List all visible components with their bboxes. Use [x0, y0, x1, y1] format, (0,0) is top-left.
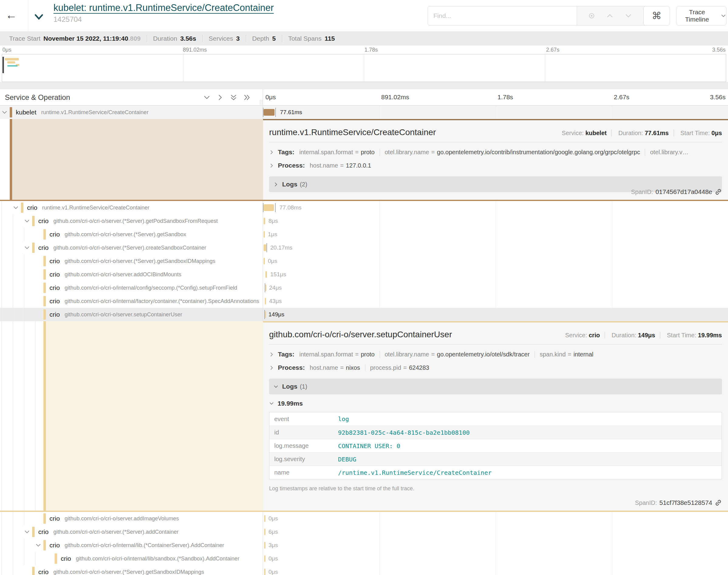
process-accordion[interactable]: Process: host.name=127.0.0.1	[269, 162, 722, 169]
span-timeline-cell[interactable]: 3μs	[263, 539, 728, 552]
service-operation-title: Service & Operation	[0, 93, 70, 102]
span-bar[interactable]	[264, 569, 265, 575]
tags-accordion[interactable]: Tags: internal.span.format=proto otel.li…	[269, 148, 722, 156]
log-marker[interactable]	[263, 108, 263, 117]
span-timeline-cell[interactable]: 77.61ms	[263, 106, 728, 119]
span-timeline-cell[interactable]: 1μs	[263, 228, 728, 241]
span-row[interactable]: criogithub.com/cri-o/cri-o/server.addIma…	[0, 512, 728, 525]
minimap-tick: 0μs	[2, 47, 11, 53]
minimap-tick-labels: 0μs 891.02ms 1.78s 2.67s 3.56s	[0, 45, 728, 54]
duration-label: 6μs	[268, 525, 278, 539]
back-icon[interactable]: ←	[5, 9, 17, 21]
log-marker[interactable]	[275, 108, 276, 117]
log-marker[interactable]	[263, 203, 263, 212]
span-timeline-cell[interactable]: 0μs	[263, 512, 728, 525]
span-row[interactable]: kubeletruntime.v1.RuntimeService/CreateC…	[0, 106, 728, 119]
view-selector-dropdown[interactable]: Trace Timeline	[676, 6, 726, 26]
find-input[interactable]	[428, 6, 577, 26]
log-field-row: name/runtime.v1.RuntimeService/CreateCon…	[269, 466, 722, 479]
find-prev-chevron-up-icon[interactable]	[606, 12, 614, 20]
process-label: Process:	[278, 364, 305, 371]
process-accordion[interactable]: Process: host.name=nixos process.pid=624…	[269, 364, 722, 371]
span-row[interactable]: crioruntime.v1.RuntimeService/CreateCont…	[0, 201, 728, 214]
span-timeline-cell[interactable]: 151μs	[263, 268, 728, 281]
span-row-selected[interactable]: criogithub.com/cri-o/cri-o/server.setupC…	[0, 308, 728, 321]
detail-duration: Duration: 77.61ms	[614, 130, 674, 136]
column-resize-handle[interactable]	[260, 100, 262, 105]
span-row[interactable]: criogithub.com/cri-o/cri-o/server.addOCI…	[0, 268, 728, 281]
span-timeline-cell[interactable]: 149μs	[263, 308, 728, 321]
chevron-down-icon[interactable]	[2, 109, 8, 115]
log-fields-table: eventlog id92b82381-025c-4a64-815c-ba2e1…	[269, 412, 722, 479]
collapse-all-double-chevron-down-icon[interactable]	[230, 94, 237, 101]
span-row[interactable]: criogithub.com/cri-o/cri-o/server.(*Serv…	[0, 241, 728, 255]
minimap-canvas[interactable]	[2, 54, 726, 82]
chevron-down-icon[interactable]	[24, 218, 30, 224]
span-bar[interactable]	[264, 542, 265, 549]
minimap-tick: 3.56s	[712, 47, 726, 53]
log-marker[interactable]	[275, 203, 275, 212]
span-timeline-cell[interactable]: 20.17ms	[263, 241, 728, 255]
span-row[interactable]: criogithub.com/cri-o/cri-o/internal/conf…	[0, 281, 728, 295]
link-icon[interactable]	[715, 188, 722, 196]
span-timeline-cell[interactable]: 24μs	[263, 281, 728, 295]
keyboard-shortcuts-command-icon[interactable]: ⌘	[643, 6, 670, 26]
span-bar[interactable]	[264, 109, 274, 116]
link-icon[interactable]	[715, 499, 722, 506]
span-bar[interactable]	[265, 298, 266, 305]
minimap-gap-band	[0, 82, 728, 89]
span-bar[interactable]	[264, 231, 265, 238]
chevron-down-icon[interactable]	[35, 542, 41, 548]
log-entry-timestamp[interactable]: 19.99ms	[269, 400, 722, 407]
trace-collapse-chevron-down-icon[interactable]	[33, 11, 44, 23]
span-bar[interactable]	[264, 515, 265, 522]
service-color-bar	[55, 553, 57, 564]
find-next-chevron-down-icon[interactable]	[625, 12, 632, 20]
duration-label: 77.61ms	[280, 106, 302, 119]
span-row[interactable]: criogithub.com/cri-o/cri-o/server.(*Serv…	[0, 565, 728, 575]
span-bar[interactable]	[264, 204, 274, 211]
chevron-down-icon[interactable]	[13, 205, 19, 211]
chevron-down-icon[interactable]	[24, 245, 30, 251]
span-timeline-cell[interactable]: 77.08ms	[263, 201, 728, 214]
span-row[interactable]: criogithub.com/cri-o/cri-o/internal/lib.…	[0, 539, 728, 552]
span-timeline-cell[interactable]: 8μs	[263, 214, 728, 228]
process-item: host.name=127.0.0.1	[310, 162, 376, 169]
span-bar[interactable]	[264, 218, 265, 224]
logs-count: (2)	[300, 181, 307, 188]
span-row[interactable]: criogithub.com/cri-o/cri-o/server.(*Serv…	[0, 255, 728, 268]
duration-label: 1μs	[268, 228, 277, 241]
operation-name: github.com/cri-o/cri-o/server.(*Server).…	[54, 529, 178, 535]
span-bar[interactable]	[265, 271, 267, 278]
span-bar[interactable]	[264, 555, 265, 562]
span-timeline-cell[interactable]: 43μs	[263, 295, 728, 308]
span-timeline-cell[interactable]: 0μs	[263, 552, 728, 565]
span-timeline-cell[interactable]: 6μs	[263, 525, 728, 539]
collapse-one-chevron-down-icon[interactable]	[203, 94, 210, 101]
span-bar[interactable]	[264, 244, 266, 251]
expand-one-chevron-right-icon[interactable]	[217, 94, 224, 101]
span-timeline-cell[interactable]: 0μs	[263, 255, 728, 268]
logs-accordion-expanded[interactable]: Logs (1)	[269, 379, 722, 394]
locate-icon[interactable]	[588, 12, 595, 20]
chevron-down-icon[interactable]	[24, 529, 30, 535]
span-bar[interactable]	[265, 311, 266, 318]
span-bar[interactable]	[265, 284, 266, 291]
span-bar[interactable]	[264, 529, 265, 535]
minimap-viewport-scrubber[interactable]	[2, 57, 4, 73]
expand-all-double-chevron-right-icon[interactable]	[243, 94, 251, 101]
timeline-tick: 891.02ms	[381, 94, 409, 101]
span-row[interactable]: criogithub.com/cri-o/cri-o/server.(*Serv…	[0, 525, 728, 539]
span-timeline-cell[interactable]: 0μs	[263, 565, 728, 575]
span-row[interactable]: criogithub.com/cri-o/cri-o/internal/fact…	[0, 295, 728, 308]
service-name: crio	[49, 515, 60, 522]
span-row[interactable]: criogithub.com/cri-o/cri-o/internal/lib/…	[0, 552, 728, 565]
log-marker[interactable]	[267, 243, 267, 252]
trace-title-link[interactable]: kubelet: runtime.v1.RuntimeService/Creat…	[54, 2, 274, 13]
span-rows: kubeletruntime.v1.RuntimeService/CreateC…	[0, 106, 728, 575]
span-bar[interactable]	[264, 258, 265, 264]
span-row[interactable]: criogithub.com/cri-o/cri-o/server.(*Serv…	[0, 228, 728, 241]
log-marker[interactable]	[265, 310, 265, 319]
span-row[interactable]: criogithub.com/cri-o/cri-o/server.(*Serv…	[0, 214, 728, 228]
tags-accordion[interactable]: Tags: internal.span.format=proto otel.li…	[269, 351, 722, 358]
